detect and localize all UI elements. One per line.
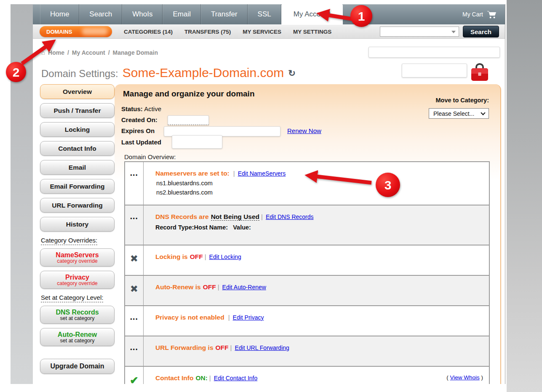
set-at-category-label: Set at Category Level:: [41, 294, 115, 301]
page-title: Domain Settings: Some-Example-Domain.com…: [41, 66, 296, 80]
view-whois-group: ( View Whois ): [446, 374, 483, 381]
tab-transfer[interactable]: Transfer: [201, 4, 248, 24]
search-combobox[interactable]: [380, 27, 459, 37]
sidebar-tab-history[interactable]: History: [40, 217, 115, 232]
refresh-icon[interactable]: ↻: [288, 68, 296, 78]
domain-overview-table: ●●● Nameservers are set to:|Edit NameSer…: [124, 161, 490, 384]
contact-info-status: ON:: [195, 374, 207, 381]
row-title: Nameservers are set to:: [155, 170, 230, 177]
sidebar-tab-overview[interactable]: Overview: [40, 84, 115, 99]
redacted-field-top: [368, 47, 500, 58]
category-select-value: Please Select...: [433, 110, 474, 117]
edit-auto-renew-link[interactable]: Edit Auto-Renew: [222, 284, 266, 291]
row-title: Locking is: [155, 253, 188, 260]
domains-redaction-smudge: [82, 28, 108, 35]
x-icon: ✖: [130, 284, 138, 294]
breadcrumb-separator: /: [67, 49, 69, 56]
tab-my-account[interactable]: My Account: [281, 4, 343, 24]
edit-privacy-link[interactable]: Edit Privacy: [233, 314, 264, 321]
breadcrumb-home[interactable]: Home: [48, 49, 64, 56]
sidebar-override-nameservers[interactable]: NameServers category override: [40, 248, 115, 267]
content-panel: Manage and organize your domain Move to …: [115, 84, 501, 384]
view-whois-link[interactable]: View Whois: [450, 374, 479, 381]
content-heading: Manage and organize your domain: [123, 89, 255, 99]
row-dns-records: ●●● DNS Records areNot Being Used|Edit D…: [125, 205, 489, 245]
move-to-category-label: Move to Category:: [436, 97, 489, 104]
edit-url-forwarding-link[interactable]: Edit URL Forwarding: [235, 344, 289, 351]
check-icon: ✔: [130, 375, 139, 384]
subnav-item-my-settings[interactable]: MY SETTINGS: [293, 29, 331, 35]
subnav-search-group: Search: [380, 26, 499, 37]
search-button[interactable]: Search: [463, 26, 499, 37]
sidebar-category-dns-records[interactable]: DNS Records set at category: [40, 306, 115, 324]
left-gutter: [11, 4, 33, 384]
row-locking: ✖ Locking isOFF|Edit Locking: [125, 245, 489, 275]
row-nameservers: ●●● Nameservers are set to:|Edit NameSer…: [125, 162, 489, 205]
row-privacy: ●●● Privacy is not enabled|Edit Privacy: [125, 305, 489, 336]
redacted-created-date: [168, 115, 209, 125]
sidebar-tab-push-transfer[interactable]: Push / Transfer: [40, 103, 115, 118]
screen: Home Search WhoIs Email Transfer SSL My …: [0, 0, 542, 392]
renew-now-link[interactable]: Renew Now: [287, 127, 321, 134]
my-cart-label: My Cart: [462, 11, 483, 18]
subnav-item-domains[interactable]: DOMAINS: [40, 26, 112, 37]
subnav-item-categories[interactable]: CATEGORIES (14): [124, 29, 173, 35]
combobox-dropdown-arrow-icon: [451, 31, 456, 33]
dots-icon: ●●●: [130, 171, 138, 177]
sidebar-tab-locking[interactable]: Locking: [40, 122, 115, 137]
upgrade-domain-button[interactable]: Upgrade Domain: [40, 359, 115, 374]
status-line: Status: Active: [121, 105, 161, 112]
page-title-domain: Some-Example-Domain.com: [123, 66, 284, 80]
edit-nameservers-link[interactable]: Edit NameServers: [238, 170, 286, 177]
page-title-prefix: Domain Settings:: [41, 68, 118, 80]
edit-dns-records-link[interactable]: Edit DNS Records: [266, 213, 314, 220]
tab-search[interactable]: Search: [79, 4, 122, 24]
breadcrumb-separator: /: [108, 49, 110, 56]
top-navigation: Home Search WhoIs Email Transfer SSL My …: [33, 4, 505, 24]
sidebar-tab-email-forwarding[interactable]: Email Forwarding: [40, 179, 115, 194]
dots-icon: ●●●: [130, 214, 138, 220]
subnav-item-transfers[interactable]: TRANSFERS (75): [184, 29, 231, 35]
tab-home[interactable]: Home: [40, 4, 79, 24]
dots-icon: ●●●: [130, 345, 138, 351]
sidebar-tab-contact-info[interactable]: Contact Info: [40, 141, 115, 156]
breadcrumb: ⌂ Home / My Account / Manage Domain: [41, 49, 158, 56]
dns-record-headers: Record Type:Host Name: Value:: [155, 224, 484, 231]
last-updated-line: Last Updated: [121, 139, 161, 146]
tab-whois[interactable]: WhoIs: [122, 4, 163, 24]
cart-icon: [487, 11, 497, 19]
row-url-forwarding: ●●● URL Forwarding isOFF|Edit URL Forwar…: [125, 336, 489, 366]
redacted-updated-date: [172, 135, 222, 149]
toolbox-icon[interactable]: [470, 62, 489, 83]
edit-contact-info-link[interactable]: Edit Contact Info: [214, 375, 258, 381]
sidebar-tab-url-forwarding[interactable]: URL Forwarding: [40, 198, 115, 213]
home-icon: ⌂: [41, 49, 45, 56]
redacted-field-title-row: [402, 64, 467, 77]
tab-email[interactable]: Email: [163, 4, 201, 24]
sidebar-override-privacy[interactable]: Privacy category override: [40, 271, 115, 289]
breadcrumb-manage-domain: Manage Domain: [113, 49, 158, 56]
category-select[interactable]: Please Select...: [429, 108, 489, 119]
url-forwarding-status: OFF: [216, 344, 229, 351]
row-title: Auto-Renew is: [155, 283, 201, 291]
sub-navigation: DOMAINS CATEGORIES (14) TRANSFERS (75) M…: [33, 24, 505, 39]
row-title: URL Forwarding is: [155, 344, 214, 351]
expires-on-line: Expires On: [121, 127, 155, 134]
row-contact-info: ✔ Contact InfoON:|Edit Contact Info ( Vi…: [125, 366, 489, 384]
row-title: Privacy is not enabled: [155, 314, 224, 321]
tab-ssl[interactable]: SSL: [248, 4, 281, 24]
row-title: Contact Info: [155, 374, 193, 381]
subnav-item-my-services[interactable]: MY SERVICES: [243, 29, 281, 35]
sidebar-tab-email[interactable]: Email: [40, 160, 115, 175]
sidebar: Overview Push / Transfer Locking Contact…: [40, 84, 115, 378]
my-cart-button[interactable]: My Cart: [462, 4, 497, 24]
select-chevron-icon: [481, 110, 485, 115]
x-icon: ✖: [130, 254, 138, 264]
status-value: Active: [144, 105, 161, 112]
sidebar-category-auto-renew[interactable]: Auto-Renew set at category: [40, 328, 115, 346]
domain-overview-label: Domain Overview:: [124, 153, 176, 160]
row-auto-renew: ✖ Auto-Renew isOFF|Edit Auto-Renew: [125, 275, 489, 305]
edit-locking-link[interactable]: Edit Locking: [209, 253, 241, 260]
locking-status: OFF: [190, 253, 203, 260]
breadcrumb-my-account[interactable]: My Account: [72, 49, 105, 56]
